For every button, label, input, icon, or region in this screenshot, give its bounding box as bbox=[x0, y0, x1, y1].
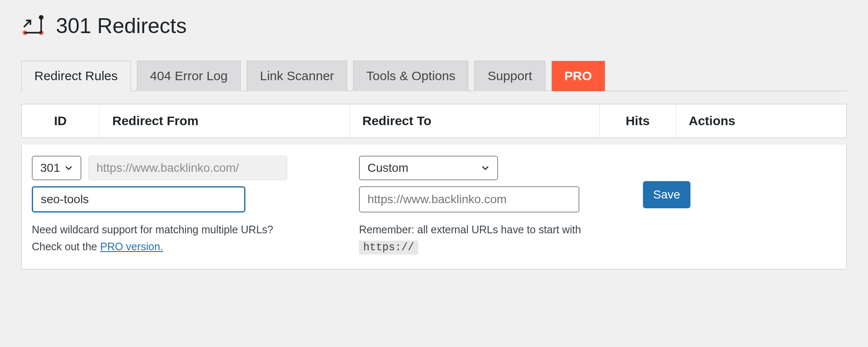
table-header: ID Redirect From Redirect To Hits Action… bbox=[21, 104, 847, 138]
tab-support[interactable]: Support bbox=[474, 61, 545, 91]
page-header: 301 Redirects bbox=[21, 13, 847, 39]
page-title: 301 Redirects bbox=[56, 14, 187, 38]
redirect-from-block: 301 https://www.backlinko.com/ Need wild… bbox=[32, 156, 358, 255]
action-block: Save bbox=[609, 156, 836, 208]
from-helper-line1: Need wildcard support for matching multi… bbox=[32, 224, 273, 235]
to-helper-line1: Remember: all external URLs have to star… bbox=[359, 224, 581, 235]
redirects-table: ID Redirect From Redirect To Hits Action… bbox=[21, 104, 847, 269]
redirect-icon bbox=[21, 13, 46, 39]
redirect-from-helper: Need wildcard support for matching multi… bbox=[32, 221, 358, 255]
tab-404-error-log[interactable]: 404 Error Log bbox=[137, 61, 241, 91]
redirect-to-block: Custom Remember: all external URLs have … bbox=[359, 156, 609, 256]
chevron-down-icon bbox=[481, 164, 490, 172]
tab-link-scanner[interactable]: Link Scanner bbox=[247, 61, 347, 91]
from-helper-prefix: Check out the bbox=[32, 241, 100, 252]
column-header-hits: Hits bbox=[600, 104, 676, 137]
base-url-display: https://www.backlinko.com/ bbox=[88, 156, 287, 180]
redirect-to-type-value: Custom bbox=[367, 161, 408, 175]
redirect-from-input[interactable] bbox=[32, 186, 245, 213]
redirect-form-row: 301 https://www.backlinko.com/ Need wild… bbox=[21, 145, 847, 269]
tab-tools-options[interactable]: Tools & Options bbox=[353, 61, 468, 91]
tabs-bar: Redirect Rules 404 Error Log Link Scanne… bbox=[21, 60, 847, 91]
column-header-id: ID bbox=[22, 104, 100, 137]
status-code-value: 301 bbox=[40, 161, 60, 175]
column-header-from: Redirect From bbox=[100, 104, 350, 137]
tab-pro[interactable]: PRO bbox=[551, 61, 605, 91]
save-button[interactable]: Save bbox=[643, 181, 690, 208]
redirect-to-input[interactable] bbox=[359, 186, 579, 213]
column-header-to: Redirect To bbox=[350, 104, 600, 137]
column-header-actions: Actions bbox=[676, 104, 846, 137]
chevron-down-icon bbox=[64, 164, 73, 172]
to-helper-code: https:// bbox=[359, 241, 418, 255]
redirect-to-type-select[interactable]: Custom bbox=[359, 156, 498, 180]
redirect-to-helper: Remember: all external URLs have to star… bbox=[359, 221, 609, 256]
pro-version-link[interactable]: PRO version. bbox=[100, 241, 163, 252]
tab-redirect-rules[interactable]: Redirect Rules bbox=[21, 61, 131, 91]
status-code-select[interactable]: 301 bbox=[32, 156, 81, 180]
